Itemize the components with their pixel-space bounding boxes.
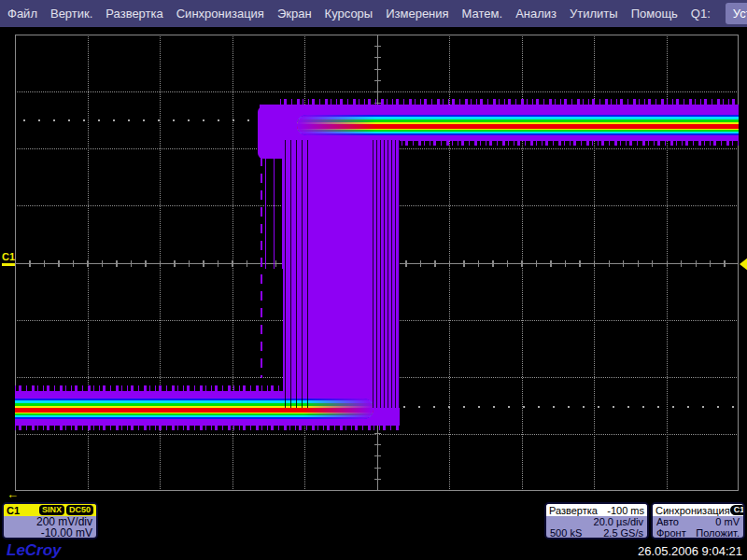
- waveform-jitter-lines-right: [373, 140, 400, 408]
- trigger-mode: Авто: [656, 516, 679, 527]
- menu-item-timebase[interactable]: Развертка: [106, 7, 162, 21]
- trigger-source-badge: C1: [730, 505, 745, 515]
- waveform-rare-hits-low: [403, 406, 736, 408]
- timebase-delay: -100 ms: [607, 505, 644, 516]
- channel-zero-level-bar: [2, 263, 15, 266]
- menu-item-cursors[interactable]: Курсоры: [325, 7, 374, 21]
- timebase-sample-rate: 2.5 GS/s: [603, 527, 643, 539]
- waveform-hot-core-high: [297, 115, 739, 135]
- channel-label: C1: [7, 505, 20, 516]
- trigger-type: Фронт: [656, 527, 686, 539]
- timebase-box-header: Развертка -100 ms: [546, 504, 647, 516]
- waveform-jitter-lines-left: [285, 140, 313, 408]
- waveform-noise-fringe: [402, 140, 739, 146]
- channel-zero-level-marker[interactable]: C1: [2, 251, 15, 266]
- timebase-per-div: 20.0 µs/div: [594, 516, 643, 527]
- q1-label: Q1:: [691, 7, 711, 21]
- channel-offset: -10.00 mV: [41, 527, 92, 539]
- menu-item-measure[interactable]: Измерения: [386, 7, 448, 21]
- trigger-title: Синхронизация: [655, 505, 730, 516]
- waveform-noise-fringe: [15, 385, 284, 392]
- channel-badge-sinx: SINX: [39, 505, 64, 515]
- menu-item-vertical[interactable]: Вертик.: [50, 7, 92, 21]
- menu-item-trigger[interactable]: Синхронизация: [176, 7, 264, 21]
- timebase-title: Развертка: [549, 505, 598, 516]
- menu-item-math[interactable]: Матем.: [462, 7, 503, 21]
- channel-badge-dc50: DC50: [66, 505, 93, 515]
- timebase-samples: 500 kS: [550, 527, 582, 539]
- waveform-noise-fringe: [280, 99, 739, 105]
- waveform-noise-fringe: [15, 425, 400, 430]
- trigger-level-arrow-icon[interactable]: [740, 258, 747, 271]
- waveform-hot-core-low: [15, 399, 374, 419]
- channel-c1-descriptor-box[interactable]: C1 SINX DC50 200 mV/div -10.00 mV: [2, 502, 98, 539]
- oscilloscope-screen: Файл Вертик. Развертка Синхронизация Экр…: [0, 0, 747, 560]
- setup-button[interactable]: Установки: [726, 3, 747, 24]
- lecroy-logo: LeCroy: [6, 541, 63, 560]
- waveform-rare-edge-trace: [261, 140, 262, 378]
- trigger-slope: Положит.: [696, 527, 740, 539]
- menu-item-help[interactable]: Помощь: [631, 7, 678, 21]
- menu-item-utilities[interactable]: Утилиты: [570, 7, 618, 21]
- menu-item-analysis[interactable]: Анализ: [515, 7, 557, 21]
- timebase-descriptor-box[interactable]: Развертка -100 ms 20.0 µs/div 500 kS 2.5…: [544, 502, 649, 539]
- menu-bar: Файл Вертик. Развертка Синхронизация Экр…: [0, 0, 747, 27]
- trigger-position-arrow-icon[interactable]: ←: [7, 487, 19, 501]
- waveform-rare-edge-traces: [265, 138, 283, 269]
- trigger-level: 0 mV: [715, 516, 740, 527]
- menu-item-file[interactable]: Файл: [7, 7, 37, 21]
- datetime-display: 26.05.2006 9:04:21: [638, 544, 742, 558]
- trigger-box-header: Синхронизация C1: [653, 504, 743, 516]
- trigger-descriptor-box[interactable]: Синхронизация C1 Авто 0 mV Фронт Положит…: [651, 502, 745, 539]
- menu-item-display[interactable]: Экран: [277, 7, 312, 21]
- waveform-rare-hits-high: [23, 119, 260, 121]
